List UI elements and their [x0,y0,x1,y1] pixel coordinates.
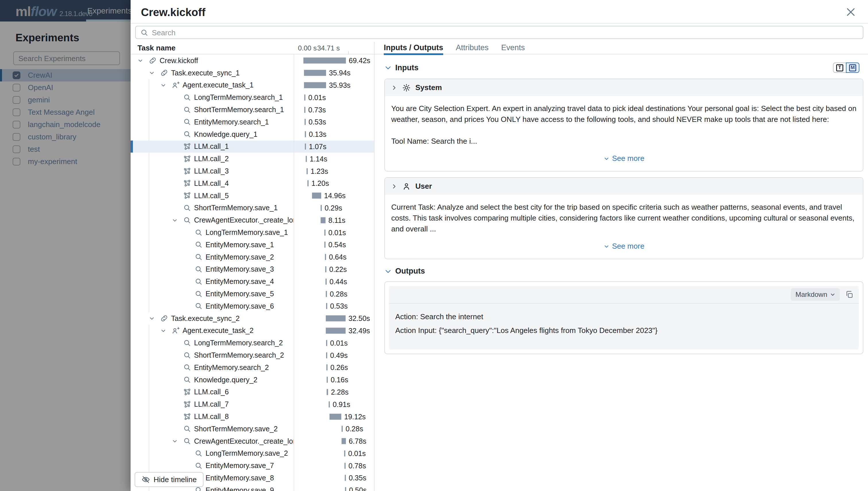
expander-chevron-icon[interactable] [172,438,183,444]
span-row[interactable]: ShortTermMemory.save_20.28s [131,423,374,435]
expander-chevron-icon[interactable] [149,70,160,76]
span-row[interactable]: LLM.call_62.28s [131,386,374,398]
span-row[interactable]: EntityMemory.save_20.64s [131,251,374,263]
expander-chevron-icon[interactable] [160,82,172,88]
span-row[interactable]: Task.execute_sync_135.94s [131,67,374,79]
chevron-down-icon[interactable] [384,64,392,71]
span-name-cell[interactable]: LLM.call_7 [131,398,294,410]
see-more-link[interactable]: See more [391,237,857,254]
span-name-cell[interactable]: EntityMemory.save_7 [131,459,294,472]
message-card-header[interactable]: User [385,178,863,195]
span-name-cell[interactable]: Crew.kickoff [131,55,294,67]
span-name-cell[interactable]: EntityMemory.save_3 [131,263,294,276]
span-row[interactable]: EntityMemory.save_10.54s [131,239,374,251]
detail-tabs: Inputs / OutputsAttributesEvents [375,42,868,55]
span-name-cell[interactable]: LLM.call_8 [131,410,294,423]
span-name-cell[interactable]: LLM.call_1 [131,141,294,153]
span-name-cell[interactable]: LLM.call_4 [131,177,294,190]
copy-icon[interactable] [845,290,853,299]
span-row[interactable]: EntityMemory.save_40.44s [131,275,374,288]
span-name-cell[interactable]: ShortTermMemory.save_2 [131,423,294,435]
text-mode-button[interactable]: T [833,62,846,73]
span-row[interactable]: LongTermMemory.save_20.01s [131,447,374,460]
span-name-cell[interactable]: Agent.execute_task_2 [131,325,294,337]
tab-inputs-outputs[interactable]: Inputs / Outputs [384,42,443,55]
tab-events[interactable]: Events [501,42,525,55]
span-row[interactable]: EntityMemory.search_20.26s [131,362,374,374]
duration-bar [344,450,345,456]
span-row[interactable]: LLM.call_514.96s [131,190,374,202]
span-name-cell[interactable]: Task.execute_sync_2 [131,312,294,325]
span-row[interactable]: EntityMemory.save_60.53s [131,300,374,312]
span-row[interactable]: Crew.kickoff69.42s [131,55,374,67]
span-name-cell[interactable]: Agent.execute_task_1 [131,79,294,91]
expander-chevron-icon[interactable] [149,315,160,321]
hide-timeline-button[interactable]: Hide timeline [135,472,204,487]
span-row[interactable]: Agent.execute_task_232.49s [131,325,374,337]
span-name-cell[interactable]: ShortTermMemory.search_2 [131,349,294,362]
span-name-cell[interactable]: LLM.call_2 [131,152,294,165]
span-row[interactable]: EntityMemory.save_70.78s [131,459,374,472]
span-row[interactable]: CrewAgentExecutor._create_long_term_memo… [131,214,374,226]
span-name-cell[interactable]: LongTermMemory.save_1 [131,226,294,239]
span-name-cell[interactable]: CrewAgentExecutor._create_long_term_memo… [131,214,294,226]
span-row[interactable]: CrewAgentExecutor._create_long_term_memo… [131,435,374,447]
span-name-cell[interactable]: ShortTermMemory.save_1 [131,202,294,214]
span-name-cell[interactable]: Knowledge.query_2 [131,374,294,386]
span-name-cell[interactable]: EntityMemory.save_2 [131,251,294,263]
span-name-cell[interactable]: LLM.call_6 [131,386,294,398]
span-row[interactable]: Knowledge.query_20.16s [131,374,374,386]
markdown-mode-button[interactable]: M [846,62,859,73]
chevron-down-icon[interactable] [384,267,392,275]
span-name-cell[interactable]: EntityMemory.save_6 [131,300,294,312]
tab-attributes[interactable]: Attributes [456,42,489,55]
see-more-link[interactable]: See more [391,149,857,166]
span-name-cell[interactable]: EntityMemory.save_4 [131,275,294,288]
span-name-cell[interactable]: ShortTermMemory.search_1 [131,104,294,116]
span-row[interactable]: EntityMemory.search_10.53s [131,116,374,128]
span-row[interactable]: ShortTermMemory.search_10.73s [131,104,374,116]
span-row[interactable]: LLM.call_21.14s [131,152,374,165]
expander-chevron-icon[interactable] [137,57,149,64]
span-name-cell[interactable]: EntityMemory.search_1 [131,116,294,128]
span-name-cell[interactable]: EntityMemory.save_1 [131,239,294,251]
span-row[interactable]: LLM.call_819.12s [131,410,374,423]
agent-icon [172,81,183,89]
message-card-header[interactable]: System [385,79,863,96]
span-row[interactable]: LongTermMemory.save_10.01s [131,226,374,239]
span-row[interactable]: LongTermMemory.search_10.01s [131,91,374,104]
trace-search-input[interactable]: Search [135,26,863,39]
span-name-cell[interactable]: LongTermMemory.save_2 [131,447,294,460]
span-row[interactable]: LLM.call_70.91s [131,398,374,410]
span-name-cell[interactable]: LongTermMemory.search_1 [131,91,294,104]
span-row[interactable]: LLM.call_31.23s [131,165,374,177]
span-row[interactable]: Agent.execute_task_135.93s [131,79,374,91]
span-row[interactable]: Knowledge.query_10.13s [131,128,374,141]
span-row[interactable]: ShortTermMemory.save_10.29s [131,202,374,214]
expander-chevron-icon[interactable] [160,327,172,334]
close-icon[interactable] [845,6,857,18]
span-row[interactable]: EntityMemory.save_30.22s [131,263,374,276]
span-name-cell[interactable]: EntityMemory.search_2 [131,362,294,374]
span-name-cell[interactable]: Task.execute_sync_1 [131,67,294,79]
span-row[interactable]: Task.execute_sync_232.50s [131,312,374,325]
span-name-cell[interactable]: Knowledge.query_1 [131,128,294,141]
duration-label: 32.49s [349,326,370,335]
span-name-cell[interactable]: EntityMemory.save_5 [131,288,294,300]
expander-chevron-icon[interactable] [172,217,183,224]
span-row[interactable]: EntityMemory.save_50.28s [131,288,374,300]
duration-bar [312,193,321,199]
span-name-cell[interactable]: LLM.call_3 [131,165,294,177]
span-name-cell[interactable]: CrewAgentExecutor._create_long_term_memo… [131,435,294,447]
span-row[interactable]: LLM.call_11.07s [131,141,374,153]
span-row[interactable]: ShortTermMemory.search_20.49s [131,349,374,362]
duration-label: 0.01s [348,449,366,457]
span-name-cell[interactable]: LLM.call_5 [131,190,294,202]
inputs-section-title: Inputs [395,63,418,72]
duration-label: 0.53s [308,118,326,126]
span-row[interactable]: LongTermMemory.search_20.01s [131,337,374,349]
span-row[interactable]: LLM.call_41.20s [131,177,374,190]
markdown-format-select[interactable]: Markdown [791,288,840,301]
duration-bar [303,58,346,64]
span-name-cell[interactable]: LongTermMemory.search_2 [131,337,294,349]
